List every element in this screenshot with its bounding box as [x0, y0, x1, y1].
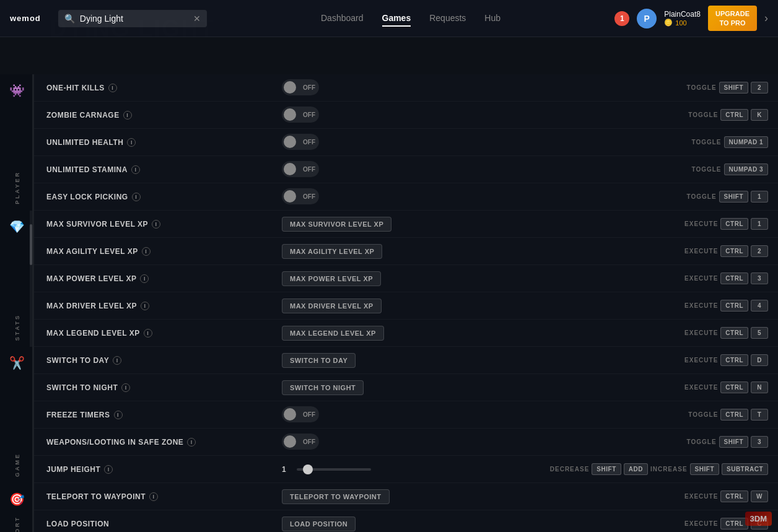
toggle-switch[interactable]: OFF: [282, 79, 319, 95]
key-badge[interactable]: SHIFT: [592, 463, 621, 475]
info-icon[interactable]: i: [140, 274, 149, 283]
tab-dashboard[interactable]: Dashboard: [321, 11, 364, 27]
key-badge[interactable]: CTRL: [720, 409, 748, 421]
table-row: FREEZE TIMERS i OFF TOGGLE CTRL T: [34, 401, 778, 429]
table-row: MAX DRIVER LEVEL XP i MAX DRIVER LEVEL X…: [34, 292, 778, 320]
action-label: TOGGLE: [687, 84, 717, 91]
key-badge[interactable]: SUBTRACT: [722, 463, 768, 475]
action-label: EXECUTE: [684, 384, 718, 391]
key-badge[interactable]: 2: [751, 82, 768, 94]
key-badge[interactable]: 4: [751, 300, 768, 312]
info-icon[interactable]: i: [152, 220, 160, 229]
chevron-down-icon[interactable]: ›: [764, 12, 768, 25]
key-badge[interactable]: SHIFT: [719, 436, 748, 448]
stats-label: STATS: [14, 314, 20, 341]
toggle-switch[interactable]: OFF: [282, 134, 319, 150]
cheat-name: WEAPONS/LOOTING IN SAFE ZONE i: [46, 438, 282, 447]
info-icon[interactable]: i: [144, 329, 152, 338]
key-badge[interactable]: SHIFT: [719, 191, 748, 203]
key-badge[interactable]: CTRL: [720, 327, 748, 339]
jump-height-slider[interactable]: [297, 468, 371, 471]
execute-button[interactable]: SWITCH TO DAY: [282, 353, 356, 368]
toggle-label: OFF: [303, 84, 315, 91]
execute-button[interactable]: MAX DRIVER LEVEL XP: [282, 299, 382, 313]
key-badge[interactable]: T: [751, 409, 768, 421]
toggle-label: OFF: [303, 166, 315, 173]
info-icon[interactable]: i: [142, 247, 151, 256]
key-badge[interactable]: 1: [751, 191, 768, 203]
game-label: GAME: [14, 453, 20, 477]
action-label: EXECUTE: [684, 357, 718, 364]
tab-hub[interactable]: Hub: [484, 11, 500, 27]
key-badge[interactable]: D: [751, 354, 768, 366]
cheat-control: OFF: [282, 134, 406, 150]
execute-button[interactable]: MAX POWER LEVEL XP: [282, 271, 381, 286]
user-name: PlainCoat8: [664, 10, 701, 19]
table-row: SWITCH TO DAY i SWITCH TO DAY EXECUTE CT…: [34, 347, 778, 374]
toggle-switch[interactable]: OFF: [282, 188, 319, 204]
cheat-shortcut: DECREASE SHIFT ADD INCREASE SHIFT SUBTRA…: [406, 463, 768, 475]
info-icon[interactable]: i: [114, 411, 123, 419]
key-badge[interactable]: CTRL: [720, 109, 748, 121]
key-badge[interactable]: 3: [751, 273, 768, 284]
info-icon[interactable]: i: [187, 438, 196, 447]
info-icon[interactable]: i: [127, 138, 136, 147]
key-badge[interactable]: CTRL: [720, 273, 748, 284]
key-badge[interactable]: CTRL: [720, 245, 748, 257]
key-badge[interactable]: SHIFT: [690, 463, 719, 475]
key-badge[interactable]: 2: [751, 245, 768, 257]
execute-button[interactable]: MAX AGILITY LEVEL XP: [282, 244, 382, 259]
key-badge[interactable]: ADD: [624, 463, 648, 475]
key-badge[interactable]: CTRL: [720, 382, 748, 393]
watermark: 3DM: [745, 512, 772, 526]
info-icon[interactable]: i: [104, 465, 113, 474]
key-badge[interactable]: NUMPAD 1: [724, 136, 768, 148]
search-clear-button[interactable]: ✕: [193, 14, 201, 24]
execute-button[interactable]: MAX SURVIVOR LEVEL XP: [282, 217, 391, 232]
toggle-label: OFF: [303, 438, 315, 445]
upgrade-button[interactable]: UPGRADETO PRO: [708, 6, 757, 31]
info-icon[interactable]: i: [113, 356, 121, 365]
key-badge[interactable]: CTRL: [720, 518, 748, 530]
info-icon[interactable]: i: [149, 492, 158, 501]
key-badge[interactable]: N: [751, 382, 768, 393]
info-icon[interactable]: i: [141, 302, 149, 310]
key-badge[interactable]: CTRL: [720, 218, 748, 230]
info-icon[interactable]: i: [132, 193, 141, 201]
key-badge[interactable]: CTRL: [720, 354, 748, 366]
info-icon[interactable]: i: [123, 111, 132, 120]
info-icon[interactable]: i: [108, 84, 117, 92]
key-badge[interactable]: NUMPAD 3: [724, 164, 768, 175]
key-badge[interactable]: 5: [751, 327, 768, 339]
execute-button[interactable]: MAX LEGEND LEVEL XP: [282, 326, 384, 341]
key-badge[interactable]: 3: [751, 436, 768, 448]
toggle-switch[interactable]: OFF: [282, 161, 319, 177]
cheat-name: TELEPORT TO WAYPOINT i: [46, 492, 282, 501]
key-badge[interactable]: 1: [751, 218, 768, 230]
toggle-switch[interactable]: OFF: [282, 406, 319, 422]
notification-badge[interactable]: 1: [614, 11, 629, 26]
info-icon[interactable]: i: [131, 165, 140, 174]
search-box[interactable]: 🔍 ✕: [58, 10, 207, 27]
execute-button[interactable]: TELEPORT TO WAYPOINT: [282, 489, 390, 504]
key-badge[interactable]: SHIFT: [719, 82, 748, 94]
tab-games[interactable]: Games: [382, 11, 411, 27]
info-icon[interactable]: i: [121, 383, 130, 392]
cheat-shortcut: EXECUTE CTRL W: [406, 491, 768, 502]
key-badge[interactable]: CTRL: [720, 300, 748, 312]
cheat-control: OFF: [282, 107, 406, 123]
increase-label: INCREASE: [650, 466, 688, 473]
key-badge[interactable]: K: [751, 109, 768, 121]
search-input[interactable]: [80, 14, 188, 24]
execute-button[interactable]: LOAD POSITION: [282, 517, 356, 531]
action-label: EXECUTE: [684, 520, 718, 527]
section-teleport-sidebar: 🎯 TELEPORT: [0, 483, 34, 532]
execute-button[interactable]: SWITCH TO NIGHT: [282, 380, 364, 395]
key-badge[interactable]: CTRL: [720, 491, 748, 502]
action-label: TOGGLE: [687, 193, 717, 200]
toggle-switch[interactable]: OFF: [282, 107, 319, 123]
cheat-name: MAX DRIVER LEVEL XP i: [46, 302, 282, 310]
key-badge[interactable]: W: [751, 491, 768, 502]
toggle-switch[interactable]: OFF: [282, 434, 319, 450]
tab-requests[interactable]: Requests: [429, 11, 466, 27]
